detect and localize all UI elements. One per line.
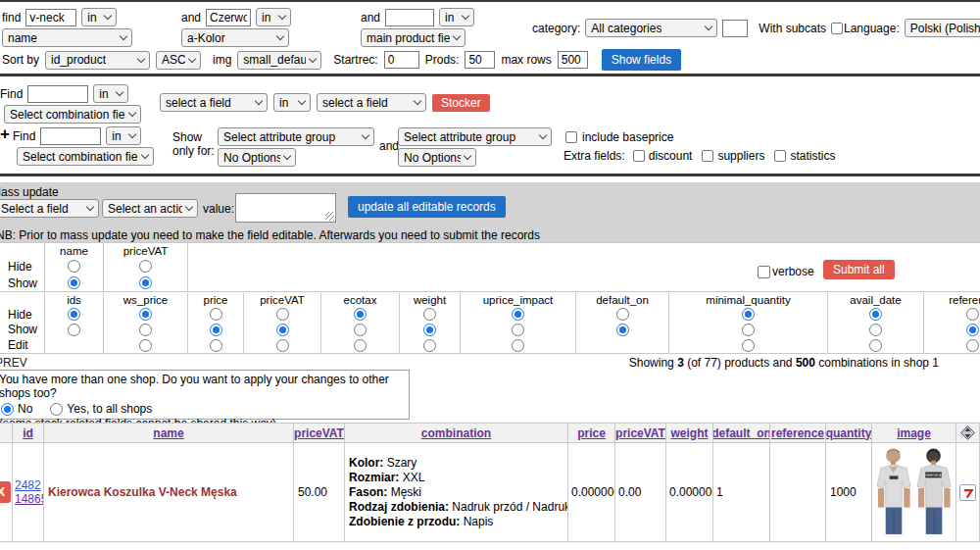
show-radio-ecotax[interactable]	[354, 324, 367, 336]
show-fields-button[interactable]: Show fields	[602, 49, 681, 71]
sort-toggle-cell[interactable]	[956, 423, 980, 443]
show-radio-minimal_quantity[interactable]	[742, 324, 755, 336]
column-header-image[interactable]: image	[872, 423, 956, 443]
show-radio-reference[interactable]	[966, 324, 979, 336]
hide-radio-priceVAT[interactable]	[276, 308, 289, 321]
column-header-name[interactable]: name	[44, 423, 294, 443]
language-select[interactable]: Polski (Polish)	[905, 19, 980, 37]
hide-radio-priceVAT[interactable]	[139, 260, 152, 273]
edit-radio-uprice_impact[interactable]	[512, 339, 524, 352]
edit-radio-price[interactable]	[210, 339, 222, 352]
edit-radio-weight[interactable]	[423, 339, 436, 352]
show-radio-priceVAT[interactable]	[139, 276, 152, 289]
column-header-default-on[interactable]: default_on	[713, 423, 770, 443]
show-radio-ws_price[interactable]	[139, 324, 152, 336]
show-radio-default_on[interactable]	[616, 324, 629, 336]
goto-product-icon[interactable]	[959, 484, 976, 501]
image-type-select[interactable]: small_default	[237, 51, 321, 70]
stocker-field-select-1[interactable]: select a field	[160, 93, 268, 112]
combination-id-link[interactable]: 148650	[15, 492, 44, 506]
attribute-group-select-2[interactable]: Select attribute group	[398, 127, 552, 146]
sort-field-select[interactable]: id_product	[45, 51, 150, 70]
hide-radio-uprice_impact[interactable]	[512, 308, 524, 321]
search-field-select-1[interactable]: name	[2, 28, 132, 47]
with-subcats-checkbox[interactable]	[831, 23, 843, 34]
combination-field-select-1[interactable]: Select combination field	[4, 105, 141, 124]
show-radio-ids[interactable]	[68, 324, 80, 336]
submit-all-button[interactable]: Submit all	[823, 260, 895, 279]
multishop-radio-1[interactable]	[50, 403, 63, 416]
suppliers-checkbox[interactable]	[702, 150, 713, 162]
prev-link[interactable]: PREV	[0, 356, 27, 370]
find-input-1[interactable]	[25, 9, 76, 26]
max-rows-input[interactable]	[558, 51, 588, 69]
multishop-radio-0[interactable]	[1, 403, 14, 416]
verbose-checkbox[interactable]	[758, 266, 770, 278]
column-header-combination[interactable]: combination	[345, 423, 568, 443]
column-header-pricevat[interactable]: priceVAT	[294, 423, 345, 443]
combi-find-input-1[interactable]	[27, 85, 88, 103]
product-photo[interactable]: KIEROWCA	[874, 446, 955, 538]
find-input-2[interactable]	[206, 9, 251, 26]
statistics-checkbox[interactable]	[774, 150, 786, 162]
sort-direction-select[interactable]: ASC	[156, 51, 201, 70]
column-header-weight[interactable]: weight	[666, 423, 713, 443]
find-input-3[interactable]	[385, 9, 434, 26]
stocker-match-select[interactable]: in	[273, 93, 311, 112]
resize-handle-icon[interactable]	[325, 212, 334, 221]
stocker-field-select-2[interactable]: select a field	[317, 93, 426, 112]
hide-radio-ws_price[interactable]	[139, 308, 152, 321]
prods-input[interactable]	[465, 51, 495, 69]
search-field-select-3[interactable]: main product fields	[361, 28, 466, 47]
hide-radio-name[interactable]	[68, 260, 80, 273]
column-header-price[interactable]: price	[568, 423, 615, 443]
hide-radio-minimal_quantity[interactable]	[742, 308, 755, 321]
discount-checkbox[interactable]	[633, 150, 645, 162]
sort-diamond-icon[interactable]	[960, 425, 975, 440]
hide-radio-price[interactable]	[210, 308, 222, 321]
mass-action-select[interactable]: Select an action	[102, 199, 198, 218]
edit-radio-ecotax[interactable]	[354, 339, 367, 352]
show-radio-uprice_impact[interactable]	[512, 324, 524, 336]
show-radio-weight[interactable]	[423, 324, 436, 336]
search-field-select-2[interactable]: a-Kolor	[181, 28, 289, 47]
hide-radio-ids[interactable]	[68, 308, 80, 321]
edit-radio-avail_date[interactable]	[869, 339, 882, 352]
combination-field-select-2[interactable]: Select combination field	[17, 147, 154, 166]
match-mode-select-3[interactable]: in	[439, 8, 474, 26]
column-header-id[interactable]: id	[13, 423, 44, 443]
edit-radio-minimal_quantity[interactable]	[742, 339, 755, 352]
update-all-button[interactable]: update all editable records	[348, 196, 506, 218]
hide-radio-ecotax[interactable]	[354, 308, 367, 321]
column-header-quantity[interactable]: quantity	[826, 423, 872, 443]
show-radio-avail_date[interactable]	[869, 324, 882, 336]
hide-radio-default_on[interactable]	[616, 308, 629, 321]
startrec-input[interactable]	[384, 51, 419, 69]
show-radio-price[interactable]	[210, 324, 222, 336]
add-filter-row-button[interactable]: +	[0, 125, 10, 144]
combi-match-select-1[interactable]: in	[93, 84, 128, 103]
hide-radio-reference[interactable]	[966, 308, 979, 321]
show-radio-name[interactable]	[68, 276, 80, 289]
edit-radio-priceVAT[interactable]	[276, 339, 289, 352]
include-baseprice-checkbox[interactable]	[565, 131, 577, 143]
mass-field-select[interactable]: Select a field	[0, 199, 99, 218]
combi-find-input-2[interactable]	[40, 127, 101, 145]
hide-radio-avail_date[interactable]	[869, 308, 882, 321]
category-id-input[interactable]	[722, 20, 748, 37]
options-select-2[interactable]: No Options	[398, 148, 476, 167]
stocker-button[interactable]: Stocker	[432, 94, 490, 112]
combi-match-select-2[interactable]: in	[106, 126, 141, 145]
mass-value-textarea[interactable]	[235, 193, 336, 223]
options-select-1[interactable]: No Options	[218, 148, 296, 167]
column-header-pricevat2[interactable]: priceVAT	[615, 423, 666, 443]
edit-radio-ws_price[interactable]	[139, 339, 152, 352]
attribute-group-select-1[interactable]: Select attribute group	[218, 127, 374, 146]
column-header-reference[interactable]: reference	[770, 423, 826, 443]
match-mode-select-2[interactable]: in	[256, 8, 291, 26]
edit-radio-reference[interactable]	[966, 339, 979, 352]
show-radio-priceVAT[interactable]	[276, 324, 289, 336]
product-id-link[interactable]: 2482	[15, 478, 44, 492]
delete-product-button[interactable]: X	[0, 481, 11, 503]
category-select[interactable]: All categories	[585, 19, 717, 37]
